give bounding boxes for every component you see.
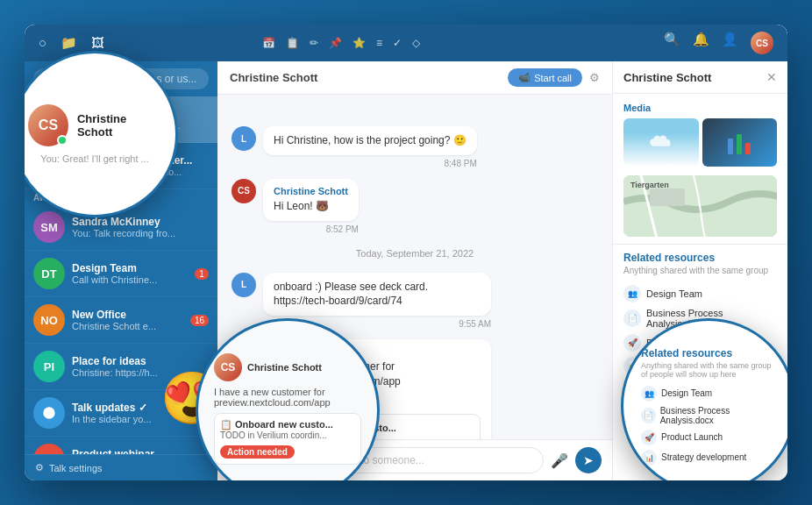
conv-info-product: Product webinar You: Call with system ad… xyxy=(72,448,188,454)
conversation-item-designteam[interactable]: DT Design Team Call with Christine... 1 xyxy=(25,251,217,297)
zoom-avatar: CS xyxy=(28,104,68,146)
date-divider: Today, September 21, 2022 xyxy=(231,245,598,262)
right-panel-contact-name: Christine Schott xyxy=(623,71,711,84)
app-window: ○ 📁 🖼 📅 📋 ✏ 📌 ⭐ ≡ ✓ ◇ 🔍 🔔 👤 CS 🔍 xyxy=(25,25,787,480)
related-subtitle: Anything shared with the same group xyxy=(623,266,777,275)
message-bubble-1: Hi Christine, how is the project going? … xyxy=(263,126,477,155)
zoom-name: Christine Schott xyxy=(77,112,161,139)
zoom-resource-2[interactable]: 📄 Business Process Analysis.docx xyxy=(641,406,776,425)
star-icon[interactable]: ⭐ xyxy=(353,37,366,49)
folder-icon[interactable]: 📁 xyxy=(61,35,77,51)
zoom-preview: You: Great! I'll get right ... xyxy=(40,153,148,164)
zoom-action-needed: Action needed xyxy=(220,445,295,459)
zoom-bottom-avatar: CS xyxy=(214,353,242,381)
svg-rect-2 xyxy=(737,134,742,154)
chat-sub-header: Christine Schott 📹 Start call ⚙ xyxy=(217,61,612,95)
user-icon[interactable]: 👤 xyxy=(722,32,738,54)
zoom-bottom-text: I have a new customer for preview.nextcl… xyxy=(214,387,361,408)
tasks-icon[interactable]: 📋 xyxy=(286,37,299,49)
sidebar-footer[interactable]: ⚙ Talk settings xyxy=(25,454,217,480)
image-icon[interactable]: 🖼 xyxy=(91,35,104,51)
chat-contact-name: Christine Schott xyxy=(230,71,317,84)
zoom-resource-3[interactable]: 🚀 Product Launch xyxy=(641,430,776,445)
edit-icon[interactable]: ✏ xyxy=(310,37,318,49)
start-call-label: Start call xyxy=(534,73,572,83)
msg-avatar-leon2: L xyxy=(231,273,256,297)
avatar-design: DT xyxy=(33,258,65,289)
media-cloud-svg xyxy=(648,134,674,152)
resource-item-design[interactable]: 👥 Design Team xyxy=(623,282,777,305)
svg-rect-1 xyxy=(728,139,733,154)
settings-gear-icon[interactable]: ⚙ xyxy=(589,71,600,84)
map-section: Tiergarten xyxy=(623,175,777,237)
conv-name-ideas: Place for ideas xyxy=(72,355,209,367)
conversation-item-newoffice[interactable]: NO New Office Christine Schott e... 16 xyxy=(25,297,217,344)
message-row-2: CS Christine Schott Hi Leon! 🐻 8:52 PM xyxy=(231,179,598,234)
list-icon[interactable]: ≡ xyxy=(376,37,382,49)
bubble-2: Christine Schott Hi Leon! 🐻 8:52 PM xyxy=(263,179,359,234)
media-section: Media xyxy=(613,94,787,175)
map-label: Tiergarten xyxy=(630,181,669,189)
msg-time-2: 8:52 PM xyxy=(263,224,359,234)
bubble-1: Hi Christine, how is the project going? … xyxy=(263,126,477,168)
conv-name-product: Product webinar xyxy=(72,448,188,454)
conv-name-newoffice: New Office xyxy=(72,309,183,321)
resource-icon-launch: 🚀 xyxy=(623,334,641,352)
zoom-resource-icon-2: 📄 xyxy=(641,408,656,423)
map-bg: Tiergarten xyxy=(623,175,777,237)
calendar-icon[interactable]: 📅 xyxy=(262,37,275,49)
zoom-task-title: 📋 Onboard new custo... xyxy=(220,419,355,430)
svg-rect-3 xyxy=(745,143,751,154)
zoom-related-title: Related resources xyxy=(641,347,776,359)
close-icon[interactable]: ✕ xyxy=(766,70,777,84)
gear-icon: ⚙ xyxy=(35,462,44,473)
related-title: Related resources xyxy=(623,252,777,264)
diamond-icon[interactable]: ◇ xyxy=(412,37,420,49)
conv-preview-newoffice: Christine Schott e... xyxy=(72,321,183,331)
zoom-related-subtitle: Anything shared with the same group of p… xyxy=(641,361,776,379)
start-call-button[interactable]: 📹 Start call xyxy=(508,68,582,87)
media-chart-svg xyxy=(726,130,752,156)
mic-icon[interactable]: 🎤 xyxy=(551,452,568,469)
message-row-1: L Hi Christine, how is the project going… xyxy=(231,126,598,168)
zoom-resource-icon-1: 👥 xyxy=(641,386,657,402)
conv-name-design: Design Team xyxy=(72,262,188,274)
search-icon[interactable]: 🔍 xyxy=(664,32,680,54)
zoom-task-icon: 📋 xyxy=(220,419,232,430)
zoom-resource-name-3: Product Launch xyxy=(661,432,723,442)
send-button[interactable]: ➤ xyxy=(575,447,602,473)
conv-preview-sandra: You: Talk recording fro... xyxy=(72,228,209,238)
zoom-resource-icon-3: 🚀 xyxy=(641,430,657,445)
msg-text-1: Hi Christine, how is the project going? … xyxy=(274,133,467,148)
conv-info-sandra: Sandra McKinney You: Talk recording fro.… xyxy=(72,216,209,238)
conv-name-sandra: Sandra McKinney xyxy=(72,216,209,228)
media-thumb-cloud[interactable] xyxy=(623,118,699,167)
message-bubble-2: Christine Schott Hi Leon! 🐻 xyxy=(263,179,359,221)
conv-info-newoffice: New Office Christine Schott e... xyxy=(72,309,183,331)
msg-avatar-leon: L xyxy=(231,126,256,151)
media-thumb-chart[interactable] xyxy=(702,118,778,167)
pin-icon[interactable]: 📌 xyxy=(329,37,342,49)
msg-text-4: onboard :) Please see deck card. https:/… xyxy=(274,280,481,309)
zoom-resource-4[interactable]: 📊 Strategy development xyxy=(641,450,776,466)
resource-icon-doc: 📄 xyxy=(623,309,641,327)
bell-icon[interactable]: 🔔 xyxy=(693,32,709,54)
zoom-resource-name-4: Strategy development xyxy=(661,452,746,462)
conv-preview-design: Call with Christine... xyxy=(72,274,188,285)
msg-avatar-christine: CS xyxy=(231,179,256,203)
global-top-bar: ○ 📁 🖼 📅 📋 ✏ 📌 ⭐ ≡ ✓ ◇ 🔍 🔔 👤 CS xyxy=(25,25,787,61)
conversation-item-product[interactable]: PW Product webinar You: Call with system… xyxy=(25,437,217,454)
right-icons: 🔍 🔔 👤 CS xyxy=(664,32,773,54)
avatar-product: PW xyxy=(33,444,65,454)
svg-point-0 xyxy=(43,407,54,418)
zoom-resource-icon-4: 📊 xyxy=(641,450,657,466)
media-grid xyxy=(623,118,777,167)
check-icon[interactable]: ✓ xyxy=(393,37,402,49)
svg-rect-5 xyxy=(650,188,685,206)
app-icons: ○ 📁 🖼 xyxy=(39,35,104,51)
user-avatar[interactable]: CS xyxy=(751,32,773,54)
zoom-resource-1[interactable]: 👥 Design Team xyxy=(641,386,776,402)
circle-icon[interactable]: ○ xyxy=(39,35,46,51)
zoom-resource-name-2: Business Process Analysis.docx xyxy=(660,406,776,425)
settings-label: Talk settings xyxy=(49,463,103,473)
